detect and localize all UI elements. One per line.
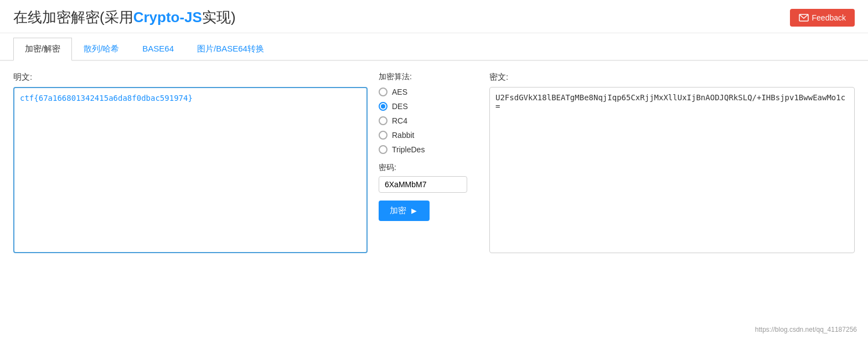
tab-bar: 加密/解密 散列/哈希 BASE64 图片/BASE64转换 [0, 38, 868, 61]
content-row: 明文: ctf{67a166801342415a6da8f0dbac591974… [13, 72, 855, 255]
password-input[interactable] [379, 176, 467, 193]
arrow-icon: ► [410, 206, 418, 216]
tab-img-base64[interactable]: 图片/BASE64转换 [185, 38, 276, 61]
algo-aes[interactable]: AES [379, 88, 478, 96]
plaintext-label: 明文: [13, 72, 368, 83]
des-label: DES [392, 102, 408, 111]
algo-label: 加密算法: [379, 72, 478, 82]
algo-rabbit[interactable]: Rabbit [379, 131, 478, 140]
title-suffix: 实现) [202, 9, 236, 25]
main-content: 明文: ctf{67a166801342415a6da8f0dbac591974… [0, 61, 868, 266]
ciphertext-label: 密文: [489, 72, 855, 83]
encrypt-btn-label: 加密 [390, 206, 406, 216]
title-prefix: 在线加密解密(采用 [13, 9, 133, 25]
tripledes-radio[interactable] [379, 145, 388, 154]
middle-section: 加密算法: AES DES RC4 Rabbit [368, 72, 489, 221]
rabbit-label: Rabbit [392, 131, 414, 140]
tab-base64[interactable]: BASE64 [131, 38, 185, 61]
email-icon [799, 14, 809, 22]
ciphertext-output: U2FsdGVkX18lBEATgMBe8NqjIqp65CxRjjMxXllU… [489, 87, 855, 253]
plaintext-section: 明文: ctf{67a166801342415a6da8f0dbac591974… [13, 72, 368, 255]
des-radio[interactable] [379, 102, 388, 111]
algorithm-radio-group: AES DES RC4 Rabbit TripleDes [379, 88, 478, 154]
ciphertext-section: 密文: U2FsdGVkX18lBEATgMBe8NqjIqp65CxRjjMx… [489, 72, 855, 253]
password-label: 密码: [379, 163, 478, 173]
aes-label: AES [392, 88, 407, 96]
page-title: 在线加密解密(采用Crypto-JS实现) [13, 8, 236, 27]
tab-encrypt-decrypt[interactable]: 加密/解密 [13, 38, 72, 61]
algo-tripledes[interactable]: TripleDes [379, 145, 478, 154]
encrypt-button[interactable]: 加密 ► [379, 201, 430, 221]
feedback-button[interactable]: Feedback [790, 9, 855, 27]
rabbit-radio[interactable] [379, 131, 388, 140]
rc4-label: RC4 [392, 116, 407, 125]
title-highlight: Crypto-JS [133, 9, 202, 25]
feedback-label: Feedback [812, 13, 846, 22]
algo-des[interactable]: DES [379, 102, 478, 111]
tab-hash[interactable]: 散列/哈希 [72, 38, 131, 61]
tripledes-label: TripleDes [392, 145, 425, 154]
rc4-radio[interactable] [379, 116, 388, 125]
plaintext-input[interactable]: ctf{67a166801342415a6da8f0dbac591974} [13, 87, 368, 253]
aes-radio[interactable] [379, 88, 388, 96]
page-header: 在线加密解密(采用Crypto-JS实现) Feedback [0, 0, 868, 33]
algo-rc4[interactable]: RC4 [379, 116, 478, 125]
